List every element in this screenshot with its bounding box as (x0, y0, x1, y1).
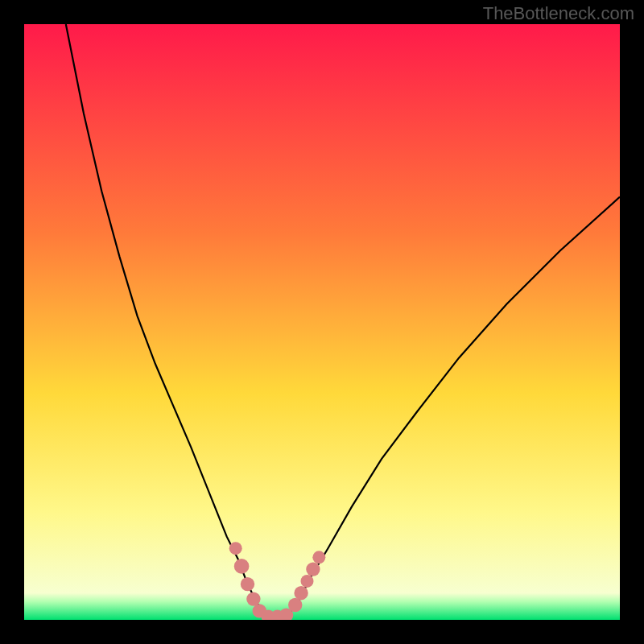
plot-area (24, 24, 620, 620)
watermark-text: TheBottleneck.com (483, 3, 634, 24)
curve-marker (294, 586, 308, 600)
curve-marker (306, 562, 320, 576)
curve-marker (301, 575, 314, 588)
curve-marker (312, 551, 325, 564)
chart-frame: TheBottleneck.com (0, 0, 644, 644)
gradient-background (24, 24, 620, 620)
curve-marker (288, 598, 302, 612)
curve-marker (246, 592, 260, 605)
curve-marker (234, 559, 250, 574)
chart-svg (24, 24, 620, 620)
curve-marker (241, 577, 254, 591)
curve-marker (229, 542, 242, 555)
